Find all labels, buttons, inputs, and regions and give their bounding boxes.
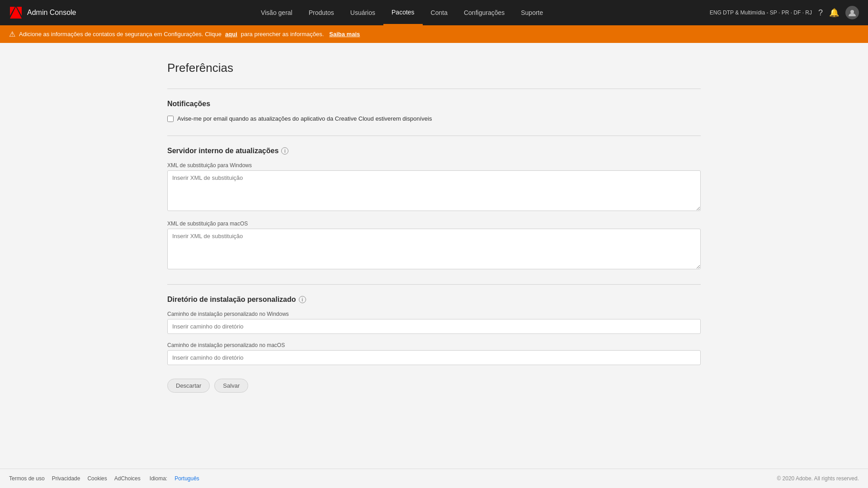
discard-button[interactable]: Descartar	[167, 379, 210, 393]
install-dir-section: Diretório de instalação personalizado i …	[167, 284, 701, 365]
install-dir-info-icon[interactable]: i	[299, 296, 306, 303]
nav-produtos[interactable]: Produtos	[301, 0, 342, 25]
save-button[interactable]: Salvar	[214, 379, 248, 393]
macos-path-label: Caminho de instalação personalizado no m…	[167, 342, 701, 348]
notification-checkbox-label: Avise-me por email quando as atualizaçõe…	[177, 115, 432, 122]
windows-path-label: Caminho de instalação personalizado no W…	[167, 311, 701, 317]
nav-right-area: ENG DTP & Multimídia - SP · PR · DF · RJ…	[710, 6, 859, 19]
banner-text-after: para preencher as informações.	[241, 31, 324, 38]
macos-xml-field-group: XML de substituição para macOS	[167, 221, 701, 271]
macos-xml-label: XML de substituição para macOS	[167, 221, 701, 227]
action-buttons: Descartar Salvar	[167, 379, 701, 393]
warning-icon: ⚠	[9, 30, 15, 38]
macos-path-input[interactable]	[167, 350, 701, 365]
page-title: Preferências	[167, 61, 701, 75]
footer-copyright: © 2020 Adobe. All rights reserved.	[777, 475, 859, 482]
footer-idioma-link[interactable]: Português	[175, 475, 199, 482]
footer-link-adchoices[interactable]: AdChoices	[114, 475, 141, 482]
footer-link-termos[interactable]: Termos de uso	[9, 475, 45, 482]
main-content: Preferências Notificações Avise-me por e…	[140, 43, 728, 469]
nav-suporte[interactable]: Suporte	[513, 0, 551, 25]
help-icon[interactable]: ?	[818, 8, 823, 18]
footer-links: Termos de uso Privacidade Cookies AdChoi…	[9, 475, 199, 482]
logo-area[interactable]: Admin Console	[9, 6, 76, 19]
windows-path-field-group: Caminho de instalação personalizado no W…	[167, 311, 701, 334]
notification-checkbox-row: Avise-me por email quando as atualizaçõe…	[167, 115, 701, 122]
nav-pacotes[interactable]: Pacotes	[383, 0, 423, 25]
adobe-logo-icon	[9, 6, 23, 19]
user-avatar[interactable]	[845, 6, 859, 19]
nav-links: Visão geral Produtos Usuários Pacotes Co…	[94, 0, 710, 25]
footer-idioma-label: Idioma:	[150, 475, 167, 482]
footer-link-privacidade[interactable]: Privacidade	[52, 475, 80, 482]
nav-usuarios[interactable]: Usuários	[342, 0, 383, 25]
nav-conta[interactable]: Conta	[423, 0, 456, 25]
nav-visao-geral[interactable]: Visão geral	[253, 0, 301, 25]
notifications-section-title: Notificações	[167, 100, 701, 108]
windows-path-input[interactable]	[167, 319, 701, 334]
windows-xml-textarea[interactable]	[167, 170, 701, 211]
update-server-section-title: Servidor interno de atualizações i	[167, 147, 701, 155]
banner-link-aqui[interactable]: aqui	[225, 31, 237, 38]
top-navigation: Admin Console Visão geral Produtos Usuár…	[0, 0, 868, 25]
footer: Termos de uso Privacidade Cookies AdChoi…	[0, 469, 868, 488]
banner-link-saiba-mais[interactable]: Saiba mais	[329, 31, 360, 38]
avatar-icon	[848, 9, 856, 17]
app-title: Admin Console	[27, 9, 76, 17]
macos-xml-textarea[interactable]	[167, 229, 701, 269]
org-label: ENG DTP & Multimídia - SP · PR · DF · RJ	[710, 9, 812, 16]
notifications-section: Notificações Avise-me por email quando a…	[167, 89, 701, 122]
update-server-section: Servidor interno de atualizações i XML d…	[167, 136, 701, 271]
svg-point-3	[850, 10, 854, 14]
banner-text-before: Adicione as informações de contatos de s…	[19, 31, 222, 38]
macos-path-field-group: Caminho de instalação personalizado no m…	[167, 342, 701, 365]
windows-xml-field-group: XML de substituição para Windows	[167, 162, 701, 212]
update-server-info-icon[interactable]: i	[281, 147, 288, 155]
install-dir-section-title: Diretório de instalação personalizado i	[167, 296, 701, 304]
notifications-icon[interactable]: 🔔	[829, 8, 839, 18]
nav-configuracoes[interactable]: Configurações	[456, 0, 513, 25]
windows-xml-label: XML de substituição para Windows	[167, 162, 701, 169]
warning-banner: ⚠ Adicione as informações de contatos de…	[0, 25, 868, 43]
notification-checkbox[interactable]	[167, 116, 174, 122]
footer-link-cookies[interactable]: Cookies	[87, 475, 107, 482]
